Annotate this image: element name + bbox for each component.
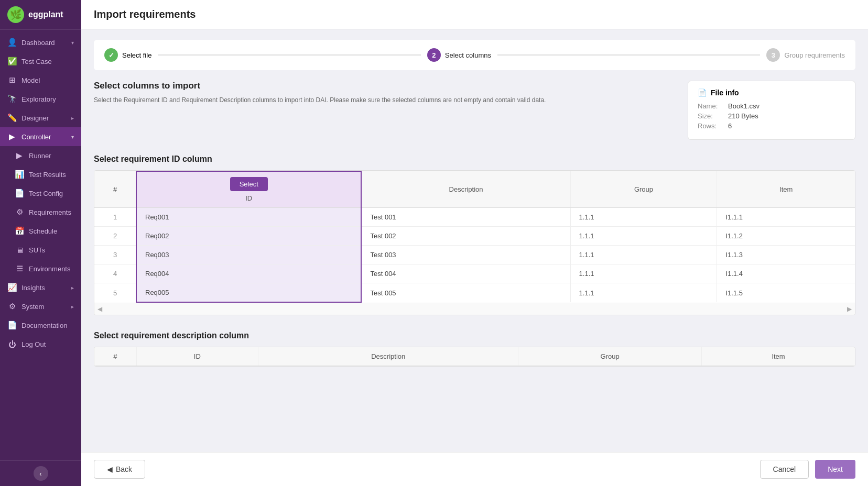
sidebar-label-documentation: Documentation [21,322,67,329]
sidebar-item-environments[interactable]: ☰ Environments [0,259,81,278]
sidebar-item-documentation[interactable]: 📄 Documentation [0,316,81,335]
select-id-button[interactable]: Select [230,177,268,191]
scroll-left-icon[interactable]: ◀ [97,305,102,313]
sidebar-label-system: System [21,303,44,311]
cancel-button[interactable]: Cancel [760,460,809,479]
desc-table-section: Select requirement description column # … [94,331,855,367]
sidebar-item-suts[interactable]: 🖥 SUTs [0,240,81,259]
model-icon: ⊞ [7,75,17,85]
step-line-2 [497,54,760,56]
sidebar-label-insights: Insights [21,284,45,292]
cell-item-2: I1.1.2 [717,227,855,246]
id-table-section: Select requirement ID column # Select ID [94,154,855,315]
sidebar-item-runner[interactable]: ▶ Runner [0,146,81,165]
desc-col-header-description: Description [258,347,518,366]
cell-group-5: 1.1.1 [570,283,717,303]
sidebar-label-requirements: Requirements [29,208,71,216]
sidebar-item-test-config[interactable]: 📄 Test Config [0,184,81,203]
desc-table-header-row: # ID Description Group Item [94,347,855,366]
col-header-id: Select ID [136,171,361,208]
system-icon: ⚙ [7,302,17,311]
documentation-icon: 📄 [7,321,17,330]
sidebar-item-model[interactable]: ⊞ Model [0,71,81,90]
sidebar-item-log-out[interactable]: ⏻ Log Out [0,335,81,354]
col-header-description: Description [361,171,570,208]
main-content: Import requirements ✓ Select file 2 Sele… [81,0,868,486]
file-name-value: Book1.csv [728,102,760,110]
col-header-group: Group [570,171,717,208]
desc-table-title: Select requirement description column [94,331,855,340]
sidebar-label-model: Model [21,76,40,84]
cell-id-5: Req005 [136,283,361,303]
file-info-card: 📄 File info Name: Book1.csv Size: 210 By… [688,81,855,140]
table-row: 5 Req005 Test 005 1.1.1 I1.1.5 [94,283,855,303]
cell-num-4: 4 [94,264,136,283]
chevron-down-icon-2: ▾ [71,134,74,140]
sidebar-label-exploratory: Exploratory [21,95,56,103]
next-button[interactable]: Next [815,460,855,479]
file-info-rows-row: Rows: 6 [698,122,845,130]
back-label: Back [116,465,132,473]
col-header-item: Item [717,171,855,208]
id-table-wrapper: # Select ID Description Group Item [94,170,855,315]
file-rows-label: Rows: [698,122,724,130]
sidebar-label-test-config: Test Config [29,190,63,197]
content-area: ✓ Select file 2 Select columns 3 Group r… [81,29,868,452]
desc-col-header-id: ID [136,347,258,366]
id-table-scroll[interactable]: # Select ID Description Group Item [94,171,855,303]
sidebar-item-schedule[interactable]: 📅 Schedule [0,222,81,240]
suts-icon: 🖥 [15,245,24,255]
sidebar-item-system[interactable]: ⚙ System ▸ [0,297,81,316]
cell-group-3: 1.1.1 [570,246,717,264]
file-size-value: 210 Bytes [728,112,758,120]
runner-icon: ▶ [15,151,24,160]
sidebar-collapse-button[interactable]: ‹ [34,466,48,481]
page-header: Import requirements [81,0,868,29]
file-name-label: Name: [698,102,724,110]
footer-right: Cancel Next [760,460,855,479]
id-table-title: Select requirement ID column [94,154,855,164]
cell-item-1: I1.1.1 [717,208,855,227]
cell-num-1: 1 [94,208,136,227]
desc-table-scroll[interactable]: # ID Description Group Item [94,347,855,366]
sidebar-item-dashboard[interactable]: 👤 Dashboard ▾ [0,33,81,52]
cell-id-3: Req003 [136,246,361,264]
test-case-icon: ✅ [7,57,17,66]
sidebar-label-test-results: Test Results [29,171,66,179]
test-results-icon: 📊 [15,170,24,179]
sidebar-item-test-results[interactable]: 📊 Test Results [0,165,81,184]
step-select-columns: 2 Select columns [427,48,491,62]
step-label-2: Select columns [445,51,491,59]
desc-table: # ID Description Group Item [94,347,855,366]
sidebar-item-exploratory[interactable]: 🔭 Exploratory [0,90,81,108]
step-circle-1: ✓ [104,48,118,62]
col-header-num: # [94,171,136,208]
sidebar-item-insights[interactable]: 📈 Insights ▸ [0,278,81,297]
step-label-3: Group requirements [784,51,845,59]
requirements-icon: ⚙ [15,207,24,217]
cell-desc-4: Test 004 [361,264,570,283]
controller-icon: ▶ [7,132,17,141]
sidebar-item-controller[interactable]: ▶ Controller ▾ [0,127,81,146]
scroll-right-icon[interactable]: ▶ [847,305,852,313]
sidebar-item-requirements[interactable]: ⚙ Requirements [0,203,81,222]
file-icon: 📄 [698,89,707,97]
log-out-icon: ⏻ [7,339,17,349]
sidebar-label-runner: Runner [29,152,51,160]
cell-group-4: 1.1.1 [570,264,717,283]
chevron-down-icon: ▾ [71,40,74,46]
sidebar-item-test-case[interactable]: ✅ Test Case [0,52,81,71]
sidebar-label-designer: Designer [21,114,49,122]
cell-desc-2: Test 002 [361,227,570,246]
id-table-header-row: # Select ID Description Group Item [94,171,855,208]
sidebar-item-designer[interactable]: ✏️ Designer ▸ [0,108,81,127]
sidebar-label-log-out: Log Out [21,340,46,348]
test-config-icon: 📄 [15,189,24,198]
cell-num-5: 5 [94,283,136,303]
desc-table-wrapper: # ID Description Group Item [94,347,855,367]
logo-text: eggplant [28,10,63,19]
insights-icon: 📈 [7,283,17,292]
sidebar-label-suts: SUTs [29,246,45,254]
back-button[interactable]: ◀ Back [94,460,145,479]
table-row: 4 Req004 Test 004 1.1.1 I1.1.4 [94,264,855,283]
